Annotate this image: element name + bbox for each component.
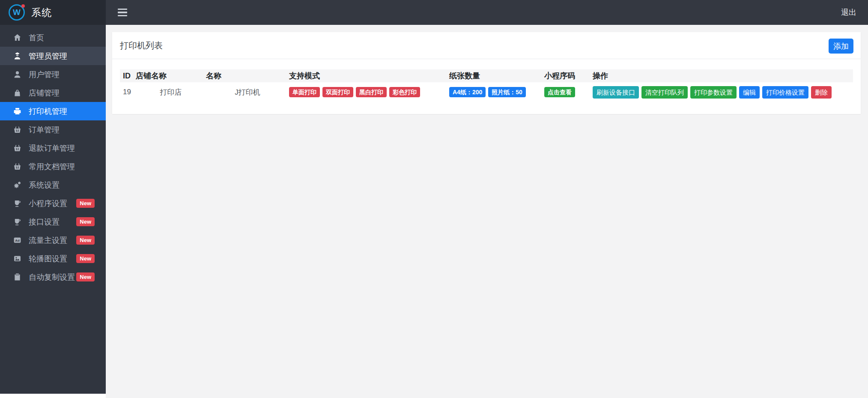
topbar: 退出 [106, 0, 868, 25]
cell-paper: A4纸：200照片纸：50 [449, 87, 544, 97]
sidebar-item[interactable]: 打印机管理 [0, 102, 106, 120]
sidebar-item[interactable]: 轮播图设置New [0, 249, 106, 268]
printer-list-card: 打印机列表 添加 ID店铺名称名称支持模式纸张数量小程序码操作 19打印店J打印… [112, 32, 861, 114]
page-title: 打印机列表 [120, 39, 163, 51]
app-root: W 系统 首页管理员管理用户管理店铺管理打印机管理订单管理退款订单管理常用文档管… [0, 0, 868, 398]
cell-operations: 刷新设备接口清空打印队列打印参数设置编辑打印价格设置删除 [593, 86, 853, 99]
column-header: 支持模式 [289, 71, 449, 81]
table-header-row: ID店铺名称名称支持模式纸张数量小程序码操作 [120, 69, 853, 82]
op-button[interactable]: 打印参数设置 [690, 86, 737, 99]
logo-notification-dot [21, 4, 25, 8]
sidebar-item[interactable]: 接口设置New [0, 212, 106, 231]
basket-icon [13, 125, 23, 134]
sidebar-item[interactable]: 自动复制设置New [0, 268, 106, 286]
sidebar-item-label: 用户管理 [29, 69, 60, 80]
sidebar-item-label: 店铺管理 [29, 88, 60, 98]
sidebar-item[interactable]: 订单管理 [0, 120, 106, 139]
new-badge: New [76, 217, 95, 226]
op-button[interactable]: 打印价格设置 [762, 86, 808, 99]
sidebar-item-label: 常用文档管理 [29, 162, 75, 172]
sidebar: W 系统 首页管理员管理用户管理店铺管理打印机管理订单管理退款订单管理常用文档管… [0, 0, 106, 394]
logo-letter: W [13, 8, 21, 17]
qr-view-badge[interactable]: 点击查看 [544, 87, 575, 97]
printer-icon [13, 107, 23, 116]
sidebar-item-label: 轮播图设置 [29, 254, 67, 264]
op-button[interactable]: 刷新设备接口 [593, 86, 639, 99]
sidebar-item-label: 系统设置 [29, 180, 60, 190]
mode-badge: 黑白打印 [356, 87, 387, 97]
add-button[interactable]: 添加 [829, 39, 853, 54]
column-header: ID [123, 72, 136, 81]
basket-icon [13, 144, 23, 153]
cell-printer-name: J打印机 [206, 87, 289, 97]
table-body: 19打印店J打印机单面打印双面打印黑白打印彩色打印A4纸：200照片纸：50点击… [120, 82, 853, 102]
cell-id: 19 [123, 88, 136, 96]
new-badge: New [76, 254, 95, 263]
admin-icon [13, 51, 23, 60]
home-icon [13, 33, 23, 42]
clipboard-icon [13, 272, 23, 281]
column-header: 名称 [206, 71, 289, 81]
image-icon [13, 254, 23, 263]
app-logo: W [9, 4, 25, 21]
sidebar-item[interactable]: 退款订单管理 [0, 139, 106, 157]
sidebar-header: W 系统 [0, 0, 106, 25]
gears-icon [13, 180, 23, 189]
sidebar-item[interactable]: Ad流量主设置New [0, 231, 106, 249]
op-button[interactable]: 删除 [811, 86, 832, 99]
card-body: ID店铺名称名称支持模式纸张数量小程序码操作 19打印店J打印机单面打印双面打印… [112, 59, 861, 114]
ad-icon: Ad [13, 236, 23, 245]
new-badge: New [76, 272, 95, 281]
sidebar-item[interactable]: 常用文档管理 [0, 157, 106, 176]
sidebar-bottom-strip [0, 394, 106, 398]
user-icon [13, 70, 23, 79]
sidebar-item-label: 管理员管理 [29, 51, 67, 61]
cell-modes: 单面打印双面打印黑白打印彩色打印 [289, 87, 449, 97]
cup-icon [13, 199, 23, 208]
sidebar-item[interactable]: 小程序设置New [0, 194, 106, 212]
sidebar-item-label: 订单管理 [29, 125, 60, 135]
card-header: 打印机列表 添加 [112, 32, 861, 59]
sidebar-item-label: 打印机管理 [29, 106, 67, 117]
sidebar-item-label: 首页 [29, 33, 44, 43]
cell-qrcode: 点击查看 [544, 87, 593, 97]
sidebar-menu: 首页管理员管理用户管理店铺管理打印机管理订单管理退款订单管理常用文档管理系统设置… [0, 25, 106, 286]
sidebar-item-label: 自动复制设置 [29, 272, 75, 282]
cup-icon [13, 217, 23, 226]
sidebar-item[interactable]: 系统设置 [0, 176, 106, 194]
column-header: 店铺名称 [136, 71, 206, 81]
main-content: 打印机列表 添加 ID店铺名称名称支持模式纸张数量小程序码操作 19打印店J打印… [106, 25, 868, 398]
column-header: 小程序码 [544, 71, 593, 81]
mode-badge: 单面打印 [289, 87, 320, 97]
sidebar-item-label: 退款订单管理 [29, 143, 75, 153]
mode-badge: 彩色打印 [389, 87, 420, 97]
sidebar-item[interactable]: 店铺管理 [0, 84, 106, 102]
paper-badge: A4纸：200 [449, 87, 486, 97]
sidebar-item-label: 接口设置 [29, 217, 60, 227]
sidebar-item[interactable]: 用户管理 [0, 65, 106, 84]
op-button[interactable]: 清空打印队列 [641, 86, 688, 99]
sidebar-item-label: 小程序设置 [29, 198, 67, 209]
sidebar-item[interactable]: 首页 [0, 28, 106, 47]
op-button[interactable]: 编辑 [739, 86, 760, 99]
sidebar-item-label: 流量主设置 [29, 235, 67, 245]
column-header: 纸张数量 [449, 71, 544, 81]
basket-icon [13, 162, 23, 171]
sidebar-item[interactable]: 管理员管理 [0, 47, 106, 65]
menu-toggle-icon[interactable] [116, 7, 129, 18]
app-title: 系统 [31, 6, 52, 19]
column-header: 操作 [593, 71, 853, 81]
table-row: 19打印店J打印机单面打印双面打印黑白打印彩色打印A4纸：200照片纸：50点击… [120, 82, 853, 102]
new-badge: New [76, 199, 95, 208]
svg-text:Ad: Ad [15, 239, 20, 242]
logout-link[interactable]: 退出 [841, 7, 856, 18]
bag-icon [13, 88, 23, 97]
mode-badge: 双面打印 [322, 87, 353, 97]
cell-shop-name: 打印店 [136, 87, 206, 97]
new-badge: New [76, 236, 95, 245]
paper-badge: 照片纸：50 [488, 87, 526, 97]
